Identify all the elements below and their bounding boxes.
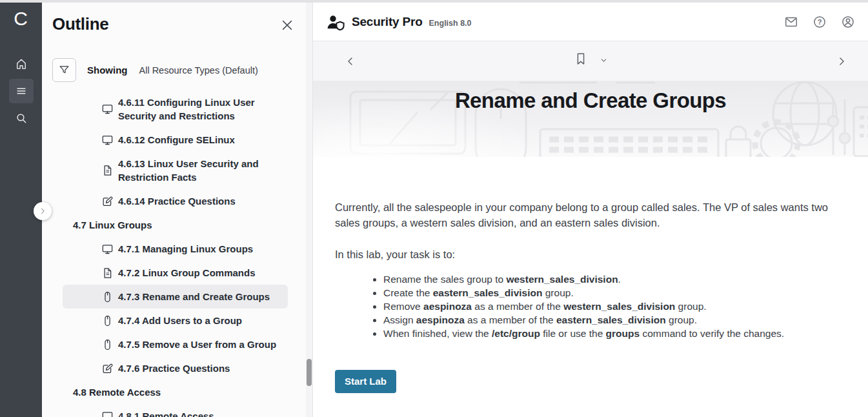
- outline-item-label: 4.7 Linux Groups: [73, 218, 152, 232]
- outline-item[interactable]: 4.7.4 Add Users to a Group: [63, 309, 288, 332]
- outline-list: 4.6.11 Configuring Linux User Security a…: [42, 90, 306, 417]
- task-intro-paragraph: In this lab, your task is to:: [335, 247, 838, 263]
- task-item: Assign aespinoza as a member of the east…: [383, 313, 838, 327]
- bookmark-group: [574, 52, 608, 66]
- main-content: Security Pro English 8.0: [313, 0, 868, 417]
- window-top-strip: [0, 0, 868, 3]
- task-item: Remove aespinoza as a member of the west…: [383, 300, 838, 313]
- outline-item-label: 4.7.5 Remove a User from a Group: [118, 338, 276, 351]
- outline-section-header: 4.7 Linux Groups: [63, 213, 288, 237]
- outline-item-label: 4.6.14 Practice Questions: [118, 194, 236, 208]
- task-item: When finished, view the /etc/group file …: [383, 327, 838, 340]
- outline-panel: Outline Showing All Resource Types (Defa…: [42, 0, 313, 417]
- next-lesson-button[interactable]: [836, 56, 847, 66]
- security-pro-logo-icon: [326, 14, 345, 31]
- practice-questions-icon: [101, 362, 114, 374]
- bookmark-icon: [574, 52, 588, 66]
- outline-item[interactable]: 4.6.11 Configuring Linux User Security a…: [63, 90, 288, 128]
- lab-sim-icon: [101, 314, 114, 327]
- app-logo: C: [0, 8, 42, 30]
- task-list: Rename the sales group to western_sales_…: [335, 272, 838, 340]
- close-icon: [280, 18, 294, 32]
- outline-item[interactable]: 4.6.14 Practice Questions: [63, 189, 288, 213]
- outline-section-header: 4.8 Remote Access: [63, 380, 288, 404]
- help-icon: [812, 15, 827, 29]
- scenario-paragraph: Currently, all the salespeople in your c…: [335, 200, 838, 230]
- mail-icon: [784, 15, 798, 29]
- profile-button[interactable]: [840, 14, 856, 30]
- filter-value[interactable]: All Resource Types (Default): [139, 65, 258, 76]
- bookmark-button[interactable]: [574, 52, 588, 66]
- chevron-down-icon: [600, 56, 608, 65]
- filter-button[interactable]: [52, 58, 76, 82]
- search-icon: [15, 112, 28, 125]
- resource-filter-row: Showing All Resource Types (Default): [52, 58, 258, 82]
- bookmark-menu-button[interactable]: [600, 56, 608, 65]
- outline-item-label: 4.7.3 Rename and Create Groups: [118, 290, 270, 303]
- course-header: Security Pro English 8.0: [313, 3, 868, 41]
- previous-lesson-button[interactable]: [345, 56, 356, 66]
- lab-sim-icon: [101, 338, 114, 351]
- product-name: Security Pro: [352, 15, 423, 29]
- video-lesson-icon: [101, 103, 114, 116]
- outline-item[interactable]: 4.7.2 Linux Group Commands: [63, 261, 288, 285]
- outline-item-label: 4.7.4 Add Users to a Group: [118, 314, 242, 327]
- mail-button[interactable]: [783, 14, 800, 30]
- task-item: Rename the sales group to western_sales_…: [383, 272, 838, 286]
- outline-item-label: 4.7.2 Linux Group Commands: [118, 266, 256, 280]
- fact-sheet-icon: [101, 267, 114, 279]
- lesson-toolbar: [313, 41, 868, 81]
- outline-header: Outline: [42, 0, 312, 45]
- fact-sheet-icon: [101, 165, 114, 177]
- rail-item-search[interactable]: [9, 106, 34, 130]
- outline-item[interactable]: 4.7.1 Managing Linux Groups: [63, 237, 288, 261]
- outline-item[interactable]: 4.7.6 Practice Questions: [63, 356, 288, 380]
- outline-item[interactable]: 4.6.12 Configure SELinux: [63, 128, 288, 152]
- video-lesson-icon: [101, 134, 114, 146]
- outline-scrollbar-track[interactable]: [306, 0, 312, 417]
- video-lesson-icon: [101, 243, 114, 255]
- menu-icon: [15, 85, 28, 97]
- lesson-title: Rename and Create Groups: [313, 88, 868, 113]
- outline-item[interactable]: 4.7.5 Remove a User from a Group: [63, 332, 288, 356]
- outline-item-label: 4.6.13 Linux User Security and Restricti…: [118, 157, 281, 184]
- outline-item-label: 4.8.1 Remote Access: [118, 409, 214, 417]
- video-lesson-icon: [101, 410, 114, 417]
- outline-item-label: 4.6.11 Configuring Linux User Security a…: [118, 96, 281, 123]
- home-icon: [15, 57, 28, 70]
- profile-icon: [841, 15, 855, 29]
- chevron-right-icon: [39, 207, 46, 215]
- outline-item[interactable]: 4.6.13 Linux User Security and Restricti…: [63, 152, 288, 189]
- header-actions: [783, 14, 856, 30]
- practice-questions-icon: [101, 195, 114, 207]
- task-item: Create the eastern_sales_division group.: [383, 286, 838, 300]
- close-outline-button[interactable]: [280, 18, 296, 34]
- outline-item[interactable]: 4.8.1 Remote Access: [63, 404, 288, 417]
- panel-collapse-button[interactable]: [34, 202, 52, 220]
- chevron-right-icon: [836, 56, 847, 66]
- outline-item[interactable]: 4.7.3 Rename and Create Groups: [63, 285, 288, 309]
- chevron-left-icon: [345, 56, 356, 66]
- outline-item-label: 4.6.12 Configure SELinux: [118, 133, 235, 147]
- product-edition: English 8.0: [429, 19, 472, 28]
- outline-title: Outline: [52, 14, 108, 34]
- outline-item-label: 4.7.1 Managing Linux Groups: [118, 242, 253, 256]
- lesson-body: Currently, all the salespeople in your c…: [313, 157, 868, 417]
- filter-showing-label: Showing: [87, 65, 128, 76]
- outline-item-label: 4.7.6 Practice Questions: [118, 361, 230, 375]
- rail-item-outline[interactable]: [9, 79, 34, 103]
- rail-item-home[interactable]: [9, 52, 34, 76]
- lab-sim-icon: [101, 290, 114, 303]
- help-button[interactable]: [811, 14, 828, 30]
- funnel-icon: [58, 64, 70, 76]
- outline-item-label: 4.8 Remote Access: [73, 385, 161, 399]
- lesson-hero-banner: Rename and Create Groups: [313, 81, 868, 157]
- start-lab-button[interactable]: Start Lab: [335, 370, 396, 393]
- outline-scrollbar-thumb[interactable]: [307, 359, 312, 386]
